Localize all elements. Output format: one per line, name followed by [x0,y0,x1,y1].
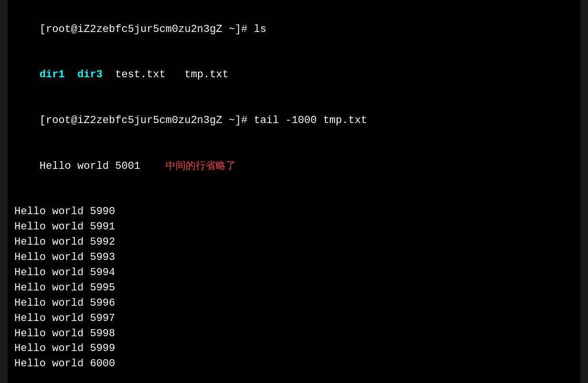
output-line-5994: Hello world 5994 [14,265,574,280]
output-line-5993: Hello world 5993 [14,250,574,265]
dir1-label: dir1 [40,69,65,81]
cmd-4: tail -1000 tmp.txt [254,114,368,126]
dir3-label: dir3 [77,69,103,81]
terminal-line-5: Hello world 5001 中间的行省略了 [14,144,574,189]
terminal-line-4: [root@iZ2zebfc5jur5cm0zu2n3gZ ~]# tail -… [14,98,574,144]
terminal-last-prompt[interactable]: [root@iZ2zebfc5jur5cm0zu2n3gZ ~]# [14,372,574,383]
cmd-2: ls [254,23,266,35]
terminal-line-3: dir1 dir3 test.txt tmp.txt [14,52,574,98]
prompt-2: [root@iZ2zebfc5jur5cm0zu2n3gZ ~]# [40,23,254,35]
output-line-5992: Hello world 5992 [14,235,574,250]
terminal-blank-line [14,189,574,205]
terminal-line-1: [root@iZ2zebfc5jur5cm0zu2n3gZ ~]# head -… [14,0,574,7]
output-line-5991: Hello world 5991 [14,219,574,235]
output-line-5996: Hello world 5996 [14,296,574,311]
output-line-5995: Hello world 5995 [14,280,574,296]
output-5001: Hello world 5001 [40,160,140,172]
terminal-window: [root@iZ2zebfc5jur5cm0zu2n3gZ ~]# head -… [8,0,580,383]
output-line-5999: Hello world 5999 [14,341,574,356]
output-line-6000: Hello world 6000 [14,356,574,372]
output-line-5998: Hello world 5998 [14,326,574,342]
annotation-text: 中间的行省略了 [166,161,236,172]
ls-files: test.txt tmp.txt [103,69,229,81]
output-line-5997: Hello world 5997 [14,311,574,326]
terminal-line-2: [root@iZ2zebfc5jur5cm0zu2n3gZ ~]# ls [14,7,574,52]
prompt-4: [root@iZ2zebfc5jur5cm0zu2n3gZ ~]# [40,114,254,126]
output-line-5990: Hello world 5990 [14,204,574,219]
